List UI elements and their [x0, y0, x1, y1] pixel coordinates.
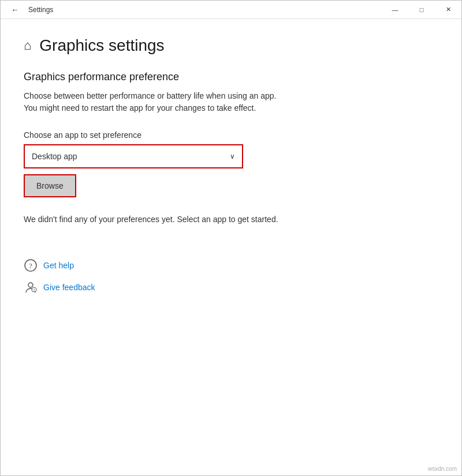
get-help-link[interactable]: ? Get help — [24, 258, 438, 272]
titlebar-left: ← Settings — [8, 3, 53, 17]
section-title: Graphics performance preference — [24, 71, 438, 83]
browse-wrapper: Browse — [24, 174, 76, 197]
svg-point-2 — [28, 283, 33, 287]
description: Choose between better performance or bat… — [24, 90, 438, 114]
no-preferences-text: We didn't find any of your preferences y… — [24, 215, 438, 224]
browse-button[interactable]: Browse — [25, 175, 75, 196]
main-content: ⌂ Graphics settings Graphics performance… — [1, 19, 461, 475]
titlebar: ← Settings — □ ✕ — [1, 1, 461, 19]
page-title: Graphics settings — [39, 36, 164, 55]
get-help-icon: ? — [24, 258, 38, 272]
page-header: ⌂ Graphics settings — [24, 36, 438, 55]
settings-window: ← Settings — □ ✕ ⌂ Graphics settings Gra… — [0, 0, 462, 476]
titlebar-title: Settings — [28, 6, 53, 14]
description-line2: You might need to restart the app for yo… — [24, 102, 438, 114]
help-section: ? Get help ! Give feedback — [24, 258, 438, 294]
watermark: wsxdn.com — [428, 466, 457, 472]
svg-text:?: ? — [29, 261, 32, 270]
get-help-label: Get help — [43, 261, 74, 270]
description-line1: Choose between better performance or bat… — [24, 90, 438, 102]
maximize-button[interactable]: □ — [408, 1, 435, 19]
app-type-dropdown[interactable]: Desktop app Microsoft Store app — [25, 145, 242, 167]
back-button[interactable]: ← — [8, 3, 23, 17]
give-feedback-icon: ! — [24, 280, 38, 294]
dropdown-wrapper: Desktop app Microsoft Store app ∨ — [24, 144, 243, 168]
close-button[interactable]: ✕ — [435, 1, 461, 19]
minimize-button[interactable]: — — [382, 1, 408, 19]
titlebar-controls: — □ ✕ — [382, 1, 461, 19]
dropdown-container: Desktop app Microsoft Store app ∨ — [25, 145, 242, 167]
give-feedback-label: Give feedback — [43, 283, 95, 292]
svg-text:!: ! — [33, 287, 35, 293]
choose-label: Choose an app to set preference — [24, 130, 438, 140]
home-icon: ⌂ — [24, 38, 31, 53]
give-feedback-link[interactable]: ! Give feedback — [24, 280, 438, 294]
